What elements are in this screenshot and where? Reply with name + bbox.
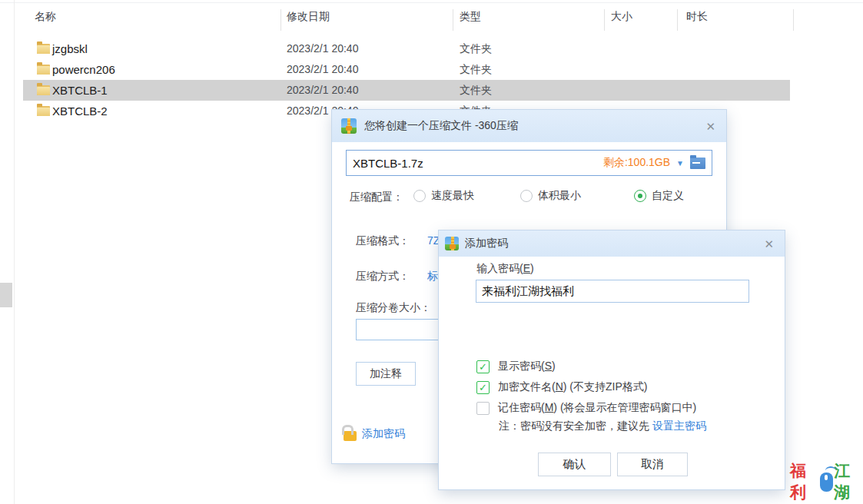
screen: 名称 修改日期 类型 大小 时长 jzgbskl 2023/2/1 20:40 …: [0, 0, 863, 504]
label-suffix: ) (将会显示在管理密码窗口中): [553, 401, 696, 413]
column-divider[interactable]: [677, 9, 678, 31]
folder-icon: [37, 65, 50, 75]
label-prefix: 记住密码(: [498, 401, 545, 413]
padlock-icon: [344, 431, 357, 441]
chevron-down-icon[interactable]: ▼: [676, 159, 684, 167]
watermark-text-right: 江湖: [834, 460, 863, 503]
archive-filename-input[interactable]: XBTCLB-1.7z 剩余:100.1GB ▼: [346, 150, 712, 176]
file-name: powercn206: [52, 59, 115, 80]
label-key: N: [556, 380, 563, 393]
password-label-suffix: ): [530, 262, 534, 274]
checkbox-show-password[interactable]: ✓ 显示密码(S): [476, 360, 556, 373]
password-input[interactable]: 来福利江湖找福利: [476, 280, 749, 303]
watermark-text-left: 福利: [790, 460, 819, 503]
cancel-button[interactable]: 取消: [617, 453, 688, 476]
mouse-icon: [820, 472, 833, 492]
column-divider[interactable]: [793, 9, 794, 31]
config-label: 压缩配置：: [350, 191, 403, 204]
add-password-link[interactable]: 添加密码: [344, 425, 405, 441]
radio-icon[interactable]: [520, 190, 533, 202]
add-comment-button[interactable]: 加注释: [356, 362, 416, 386]
radio-icon-selected[interactable]: [634, 190, 646, 202]
column-divider[interactable]: [604, 9, 605, 31]
radio-icon[interactable]: [413, 190, 426, 202]
create-archive-titlebar[interactable]: 您将创建一个压缩文件 -360压缩 ✕: [332, 110, 726, 142]
file-date: 2023/2/1 20:40: [287, 80, 358, 101]
radio-smallest[interactable]: 体积最小: [520, 189, 581, 203]
radio-label: 自定义: [652, 189, 684, 203]
password-value: 来福利江湖找福利: [482, 284, 574, 299]
password-label: 输入密码(E): [476, 262, 534, 276]
label-prefix: 显示密码(: [498, 360, 545, 372]
column-header-duration[interactable]: 时长: [686, 10, 708, 24]
pane-left-divider: [14, 0, 15, 504]
label-suffix: ) (不支持ZIP格式): [563, 380, 648, 393]
column-divider[interactable]: [453, 9, 453, 31]
add-password-titlebar[interactable]: 添加密码 ✕: [439, 230, 785, 257]
archive-filename-value: XBTCLB-1.7z: [353, 157, 597, 170]
label-suffix: ): [552, 360, 556, 372]
checkbox-encrypt-filenames[interactable]: ✓ 加密文件名(N) (不支持ZIP格式): [476, 380, 647, 394]
close-icon[interactable]: ✕: [705, 121, 715, 132]
dialog-title: 您将创建一个压缩文件 -360压缩: [364, 119, 518, 133]
folder-icon: [37, 44, 50, 54]
folder-icon: [37, 85, 50, 95]
file-type: 文件夹: [460, 38, 492, 59]
close-icon[interactable]: ✕: [764, 238, 774, 250]
folder-icon: [37, 106, 50, 116]
confirm-button[interactable]: 确认: [538, 453, 611, 476]
360zip-app-icon: [341, 118, 357, 134]
radio-label: 体积最小: [538, 189, 581, 203]
pane-top-divider: [0, 2, 863, 3]
file-row[interactable]: jzgbskl 2023/2/1 20:40 文件夹: [23, 38, 790, 59]
format-label: 压缩格式：: [356, 234, 410, 248]
dialog-title: 添加密码: [465, 237, 508, 250]
pane-splitter-grip[interactable]: [0, 283, 12, 307]
disk-remaining-label: 剩余:100.1GB: [603, 156, 670, 170]
add-password-text: 添加密码: [362, 427, 405, 441]
site-watermark: 福利 江湖 fulijianghu.com: [790, 460, 863, 504]
security-note: 注：密码没有安全加密，建议先设置主密码: [499, 419, 706, 433]
method-label: 压缩方式：: [356, 270, 410, 284]
password-label-prefix: 输入密码(: [476, 262, 523, 274]
column-divider[interactable]: [280, 9, 281, 31]
file-date: 2023/2/1 20:40: [287, 38, 358, 59]
column-header-name[interactable]: 名称: [35, 10, 56, 24]
file-type: 文件夹: [460, 80, 492, 101]
browse-folder-icon[interactable]: [690, 158, 705, 169]
file-name: XBTCLB-1: [52, 80, 108, 101]
checkbox-remember-password[interactable]: 记住密码(M) (将会显示在管理密码窗口中): [476, 401, 696, 415]
360zip-app-icon: [445, 237, 459, 250]
checkbox-checked-icon[interactable]: ✓: [476, 360, 490, 373]
watermark-logo: 福利 江湖: [790, 460, 863, 503]
file-date: 2023/2/1 20:40: [287, 59, 358, 80]
label-prefix: 加密文件名(: [498, 380, 556, 393]
checkbox-unchecked-icon[interactable]: [476, 402, 490, 415]
column-header-date[interactable]: 修改日期: [287, 10, 330, 24]
radio-label: 速度最快: [431, 189, 474, 203]
label-key: S: [545, 360, 552, 372]
checkbox-label: 加密文件名(N) (不支持ZIP格式): [498, 380, 647, 394]
file-row[interactable]: powercn206 2023/2/1 20:40 文件夹: [23, 59, 790, 80]
file-name: XBTCLB-2: [52, 101, 108, 121]
radio-fastest[interactable]: 速度最快: [413, 189, 474, 203]
file-type: 文件夹: [460, 59, 492, 80]
label-key: M: [545, 401, 554, 413]
radio-custom[interactable]: 自定义: [634, 189, 684, 203]
password-label-key: E: [523, 262, 530, 274]
file-row-selected[interactable]: XBTCLB-1 2023/2/1 20:40 文件夹: [23, 80, 790, 101]
format-value[interactable]: 7Z: [427, 234, 440, 247]
add-password-dialog: 添加密码 ✕ 输入密码(E) 来福利江湖找福利 ✓ 显示密码(S) ✓ 加密文件…: [439, 230, 785, 489]
checkbox-label: 显示密码(S): [498, 360, 556, 373]
file-name: jzgbskl: [52, 38, 88, 59]
checkbox-label: 记住密码(M) (将会显示在管理密码窗口中): [498, 401, 696, 415]
column-header-type[interactable]: 类型: [460, 10, 481, 24]
set-master-password-link[interactable]: 设置主密码: [652, 419, 706, 432]
volume-size-label: 压缩分卷大小：: [356, 301, 431, 315]
column-header-size[interactable]: 大小: [611, 10, 632, 24]
checkbox-checked-icon[interactable]: ✓: [476, 381, 490, 394]
note-text: 注：密码没有安全加密，建议先: [499, 419, 649, 432]
